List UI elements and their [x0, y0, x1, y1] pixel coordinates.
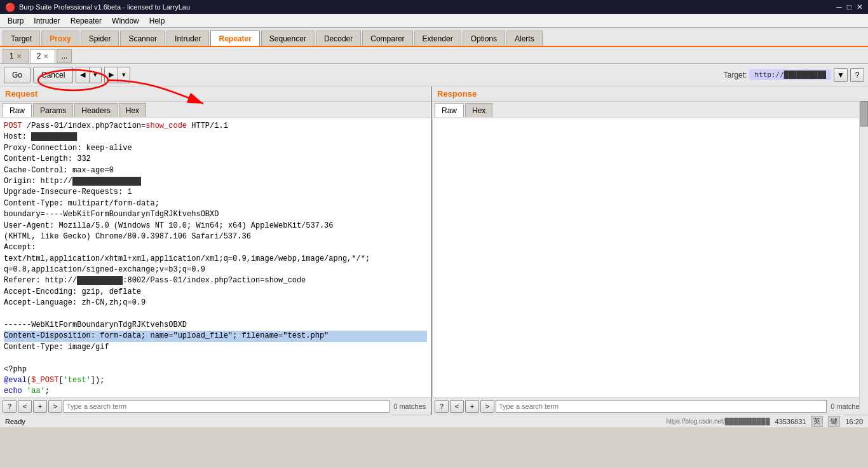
status-keyboard: 键: [828, 416, 840, 427]
sub-tab-2-label: 2: [37, 52, 41, 60]
nav-next-button[interactable]: ▶: [104, 67, 118, 83]
target-help-button[interactable]: ?: [850, 68, 864, 82]
sub-tab-2[interactable]: 2 ✕: [30, 49, 56, 63]
status-counter: 43536831: [775, 418, 806, 425]
sub-tabs: 1 ✕ 2 ✕ ...: [0, 47, 868, 64]
response-scrollbar[interactable]: [859, 100, 868, 410]
app-icon: 🔴: [5, 3, 15, 12]
request-text: POST /Pass-01/index.php?action=show_code…: [0, 118, 431, 397]
maximize-button[interactable]: □: [847, 3, 851, 11]
request-tab-params[interactable]: Params: [33, 103, 73, 117]
response-panel-tabs: Raw Hex: [432, 102, 868, 118]
tab-proxy[interactable]: Proxy: [41, 31, 79, 46]
request-tab-hex[interactable]: Hex: [119, 103, 146, 117]
status-bar-right: https://blog.csdn.net/██████████ 4353683…: [666, 416, 863, 427]
nav-next-group: ▶ ▾: [104, 67, 130, 83]
response-tab-hex[interactable]: Hex: [465, 103, 492, 117]
request-title: Request: [5, 89, 37, 99]
request-search-next[interactable]: >: [48, 400, 62, 413]
request-search-area: ? < + > 0 matches: [0, 397, 432, 415]
main-tabs: Target Proxy Spider Scanner Intruder Rep…: [0, 28, 868, 47]
tab-options[interactable]: Options: [463, 31, 505, 46]
tab-sequencer[interactable]: Sequencer: [261, 31, 315, 46]
request-tab-raw[interactable]: Raw: [3, 103, 32, 117]
tab-scanner[interactable]: Scanner: [120, 31, 165, 46]
menu-help[interactable]: Help: [144, 15, 170, 27]
request-tab-headers[interactable]: Headers: [74, 103, 117, 117]
request-body[interactable]: POST /Pass-01/index.php?action=show_code…: [0, 118, 431, 397]
target-value: http://██████████: [749, 69, 831, 80]
tab-spider[interactable]: Spider: [81, 31, 119, 46]
minimize-button[interactable]: ─: [836, 3, 842, 11]
request-search-input[interactable]: [64, 400, 390, 413]
tab-decoder[interactable]: Decoder: [316, 31, 361, 46]
status-url: https://blog.csdn.net/██████████: [666, 418, 770, 425]
status-bar: Ready https://blog.csdn.net/██████████ 4…: [0, 415, 868, 427]
response-header: Response: [432, 86, 868, 102]
sub-tab-1-close[interactable]: ✕: [17, 53, 22, 60]
tab-intruder[interactable]: Intruder: [166, 31, 209, 46]
app-title: Burp Suite Professional v1.6beta - licen…: [19, 3, 190, 11]
response-search-prev[interactable]: <: [450, 400, 464, 413]
go-button[interactable]: Go: [4, 67, 31, 83]
menu-window[interactable]: Window: [107, 15, 144, 27]
title-bar-controls[interactable]: ─ □ ✕: [836, 3, 863, 11]
sub-tab-more[interactable]: ...: [57, 49, 72, 63]
tab-target[interactable]: Target: [3, 31, 40, 46]
response-title: Response: [437, 89, 477, 99]
status-ready: Ready: [5, 418, 25, 425]
request-panel-tabs: Raw Params Headers Hex: [0, 102, 431, 118]
target-dropdown-button[interactable]: ▼: [834, 68, 848, 82]
tab-comparer[interactable]: Comparer: [362, 31, 412, 46]
tab-alerts[interactable]: Alerts: [506, 31, 543, 46]
nav-prev-button[interactable]: ◀: [76, 67, 89, 83]
menu-repeater[interactable]: Repeater: [65, 15, 107, 27]
nav-prev-dropdown[interactable]: ▾: [89, 67, 102, 83]
request-panel: Request Raw Params Headers Hex POST /Pas…: [0, 86, 432, 397]
nav-next-dropdown[interactable]: ▾: [118, 67, 130, 83]
response-panel: Response Raw Hex: [432, 86, 868, 397]
target-section: Target: http://██████████ ▼ ?: [724, 68, 864, 82]
main-content: Request Raw Params Headers Hex POST /Pas…: [0, 86, 868, 397]
sub-tab-1[interactable]: 1 ✕: [3, 49, 29, 63]
response-tab-raw[interactable]: Raw: [435, 103, 464, 117]
menu-intruder[interactable]: Intruder: [29, 15, 65, 27]
status-lang: 英: [811, 416, 823, 427]
response-search-add[interactable]: +: [465, 400, 479, 413]
request-search-help[interactable]: ?: [3, 400, 17, 413]
request-search-matches: 0 matches: [391, 403, 428, 410]
response-search-area: ? < + > 0 matches: [432, 397, 868, 415]
response-search-input[interactable]: [496, 400, 827, 413]
bottom-bar: ? < + > 0 matches ? < + > 0 matches: [0, 397, 868, 415]
sub-tab-2-close[interactable]: ✕: [43, 53, 48, 60]
tab-extender[interactable]: Extender: [414, 31, 461, 46]
toolbar: Go Cancel ◀ ▾ ▶ ▾ Target: http://███████…: [0, 64, 868, 86]
request-search-prev[interactable]: <: [18, 400, 32, 413]
response-search-next[interactable]: >: [480, 400, 494, 413]
request-header: Request: [0, 86, 431, 102]
menu-bar: Burp Intruder Repeater Window Help: [0, 14, 868, 28]
title-bar-title: 🔴 Burp Suite Professional v1.6beta - lic…: [5, 3, 190, 12]
response-body: [432, 118, 868, 397]
cancel-button[interactable]: Cancel: [33, 67, 73, 83]
close-button[interactable]: ✕: [857, 3, 863, 11]
scrollbar-thumb[interactable]: [860, 101, 868, 127]
request-search-add[interactable]: +: [33, 400, 47, 413]
status-time: 16:20: [845, 418, 863, 425]
response-search-help[interactable]: ?: [435, 400, 449, 413]
title-bar: 🔴 Burp Suite Professional v1.6beta - lic…: [0, 0, 868, 14]
nav-prev-group: ◀ ▾: [76, 67, 102, 83]
menu-burp[interactable]: Burp: [3, 15, 29, 27]
target-label-text: Target:: [724, 71, 747, 79]
sub-tab-1-label: 1: [10, 52, 14, 60]
tab-repeater[interactable]: Repeater: [210, 31, 259, 46]
